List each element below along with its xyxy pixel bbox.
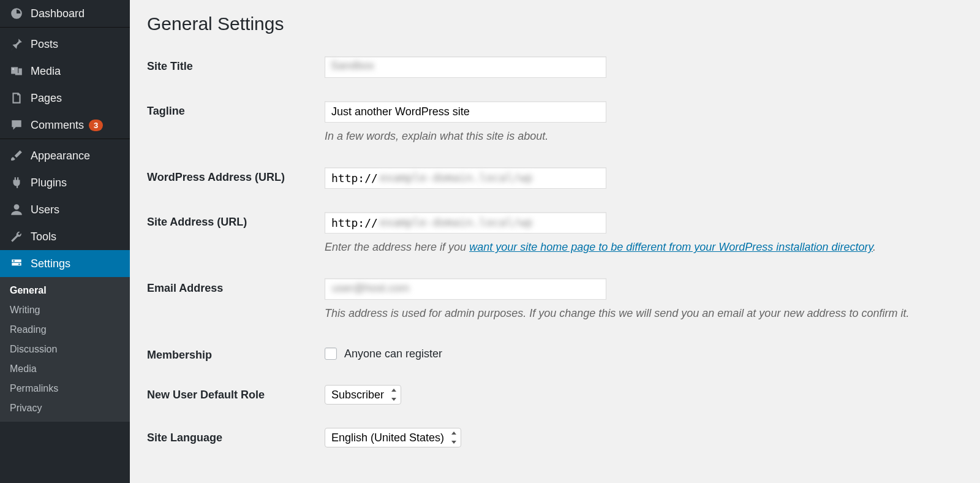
admin-sidebar: Dashboard Posts Media Pages Comments 3 A… <box>0 0 130 483</box>
settings-icon <box>9 256 24 271</box>
sidebar-item-users[interactable]: Users <box>0 196 130 223</box>
site-title-input[interactable] <box>325 56 606 78</box>
sidebar-sub-general[interactable]: General <box>0 281 130 300</box>
site-url-help-link[interactable]: want your site home page to be different… <box>469 241 873 253</box>
dashboard-icon <box>9 6 24 21</box>
label-site-url: Site Address (URL) <box>147 212 325 229</box>
sidebar-sub-writing[interactable]: Writing <box>0 300 130 320</box>
wrench-icon <box>9 229 24 244</box>
row-site-language: Site Language English (United States) <box>147 428 963 447</box>
sidebar-item-label: Media <box>31 65 61 78</box>
media-icon <box>9 64 24 78</box>
sidebar-item-label: Comments <box>31 119 84 132</box>
pages-icon <box>9 91 24 105</box>
label-site-title: Site Title <box>147 56 325 73</box>
sidebar-item-dashboard[interactable]: Dashboard <box>0 0 130 27</box>
sidebar-sub-discussion[interactable]: Discussion <box>0 340 130 359</box>
label-tagline: Tagline <box>147 101 325 118</box>
sidebar-item-label: Dashboard <box>31 7 85 20</box>
label-wp-url: WordPress Address (URL) <box>147 167 325 184</box>
sidebar-item-pages[interactable]: Pages <box>0 85 130 112</box>
sidebar-item-label: Posts <box>31 38 58 51</box>
user-icon <box>9 202 24 217</box>
row-default-role: New User Default Role Subscriber <box>147 385 963 405</box>
label-default-role: New User Default Role <box>147 385 325 401</box>
site-language-select[interactable]: English (United States) <box>325 428 461 447</box>
wp-url-input[interactable] <box>325 167 606 189</box>
brush-icon <box>9 148 24 163</box>
sidebar-sub-media[interactable]: Media <box>0 359 130 379</box>
sidebar-item-plugins[interactable]: Plugins <box>0 169 130 196</box>
sidebar-submenu: General Writing Reading Discussion Media… <box>0 277 130 422</box>
label-email: Email Address <box>147 278 325 295</box>
row-site-url: Site Address (URL) example-domain.local/… <box>147 212 963 255</box>
sidebar-item-label: Settings <box>31 257 70 270</box>
sidebar-item-comments[interactable]: Comments 3 <box>0 112 130 139</box>
sidebar-item-tools[interactable]: Tools <box>0 223 130 250</box>
sidebar-item-label: Pages <box>31 92 62 105</box>
sidebar-item-appearance[interactable]: Appearance <box>0 142 130 169</box>
comments-icon <box>9 118 24 132</box>
svg-rect-5 <box>18 264 20 265</box>
site-url-description: Enter the address here if you want your … <box>325 240 963 255</box>
row-wp-url: WordPress Address (URL) example-domain.l… <box>147 167 963 189</box>
sidebar-sub-permalinks[interactable]: Permalinks <box>0 379 130 398</box>
row-tagline: Tagline In a few words, explain what thi… <box>147 101 963 144</box>
sidebar-sub-privacy[interactable]: Privacy <box>0 398 130 418</box>
comments-badge: 3 <box>89 120 103 131</box>
svg-point-1 <box>14 204 20 210</box>
sidebar-item-label: Plugins <box>31 177 67 189</box>
label-membership: Membership <box>147 345 325 362</box>
row-site-title: Site Title Sandbox <box>147 56 963 78</box>
main-content: General Settings Site Title Sandbox Tagl… <box>130 0 980 483</box>
pin-icon <box>9 37 24 51</box>
tagline-input[interactable] <box>325 101 606 123</box>
tagline-description: In a few words, explain what this site i… <box>325 129 963 144</box>
row-email: Email Address user@host.com This address… <box>147 278 963 321</box>
membership-checkbox-label: Anyone can register <box>344 348 442 360</box>
membership-checkbox[interactable] <box>325 348 337 360</box>
membership-checkbox-wrap[interactable]: Anyone can register <box>325 345 963 360</box>
sidebar-item-media[interactable]: Media <box>0 58 130 85</box>
email-description: This address is used for admin purposes.… <box>325 306 963 321</box>
sidebar-item-label: Users <box>31 203 59 216</box>
svg-rect-4 <box>13 261 15 262</box>
plug-icon <box>9 175 24 190</box>
email-input[interactable] <box>325 278 606 300</box>
page-title: General Settings <box>147 13 963 34</box>
settings-form: Site Title Sandbox Tagline In a few word… <box>147 56 963 447</box>
active-arrow-icon <box>130 256 137 271</box>
site-url-input[interactable] <box>325 212 606 234</box>
sidebar-item-label: Tools <box>31 230 56 243</box>
sidebar-item-posts[interactable]: Posts <box>0 31 130 58</box>
row-membership: Membership Anyone can register <box>147 345 963 362</box>
svg-point-0 <box>12 68 14 70</box>
desc-text: . <box>873 241 876 253</box>
sidebar-sub-reading[interactable]: Reading <box>0 320 130 340</box>
sidebar-item-label: Appearance <box>31 150 90 162</box>
desc-text: Enter the address here if you <box>325 241 469 253</box>
label-site-language: Site Language <box>147 428 325 444</box>
default-role-select[interactable]: Subscriber <box>325 385 401 405</box>
sidebar-item-settings[interactable]: Settings <box>0 250 130 277</box>
